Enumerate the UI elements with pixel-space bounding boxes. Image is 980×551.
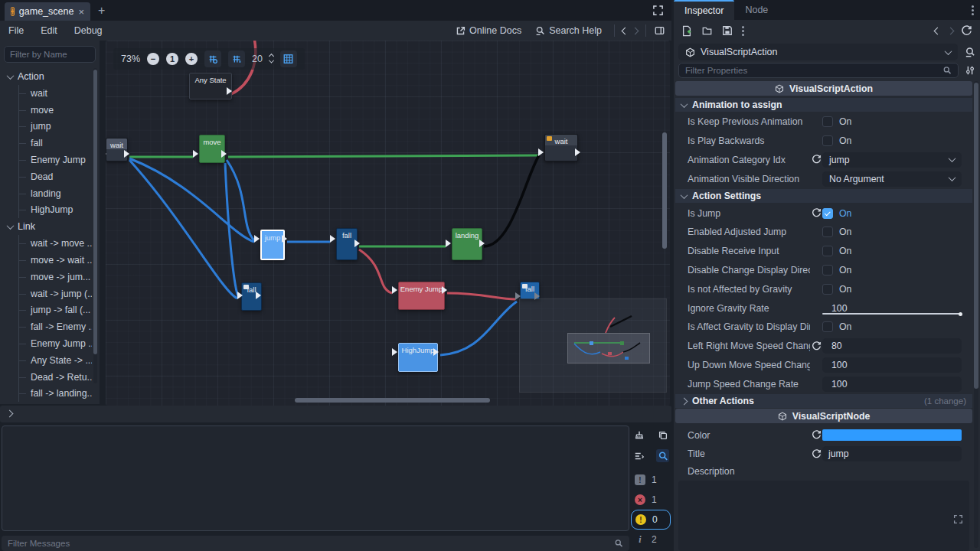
search-help-button[interactable]: Search Help xyxy=(531,25,606,36)
graph-node-landing[interactable]: landing xyxy=(452,228,482,260)
output-console[interactable] xyxy=(2,425,629,531)
tree-item[interactable]: Enemy Jump ... xyxy=(0,335,92,352)
new-resource-icon[interactable] xyxy=(681,25,692,37)
message-count-warning[interactable]: !0 xyxy=(631,510,671,530)
clear-output-icon[interactable] xyxy=(632,429,645,442)
slider-track[interactable] xyxy=(822,313,962,315)
property-value[interactable]: On xyxy=(822,321,972,332)
node-port[interactable] xyxy=(221,150,227,158)
tab-inspector[interactable]: Inspector xyxy=(674,0,734,20)
tab-game-scene[interactable]: game_scene × xyxy=(5,2,90,21)
property-number-field[interactable]: 100 xyxy=(822,357,962,373)
property-number-field[interactable]: 100 xyxy=(822,377,962,392)
graph-node-highjump[interactable]: HighJump xyxy=(398,343,438,372)
property-dropdown[interactable]: No Argument xyxy=(822,171,962,187)
property-value[interactable]: jump xyxy=(822,446,972,461)
save-resource-icon[interactable] xyxy=(722,25,733,36)
revert-icon[interactable] xyxy=(810,208,822,218)
edge-move-to-jump[interactable] xyxy=(227,160,254,240)
property-dropdown[interactable]: jump xyxy=(822,152,962,168)
graph-canvas[interactable]: 73% − 1 + 20 Any Sta xyxy=(106,41,670,406)
tree-item[interactable]: move -> wait ... xyxy=(0,252,92,269)
graph-node-enemy-jump[interactable]: Enemy Jump xyxy=(398,282,445,310)
tree-item[interactable]: Dead -> Retu... xyxy=(0,369,92,386)
edge-wait-to-fall2[interactable] xyxy=(129,160,237,298)
property-checkbox[interactable] xyxy=(822,265,833,276)
canvas-vertical-scrollbar[interactable] xyxy=(662,132,667,249)
minimap-viewport[interactable] xyxy=(567,333,650,364)
message-count-alert[interactable]: !1 xyxy=(631,470,671,490)
message-count-info[interactable]: i2 xyxy=(631,530,671,549)
property-value[interactable] xyxy=(822,429,972,441)
menu-edit[interactable]: Edit xyxy=(32,25,66,36)
tree-item[interactable]: wait -> move ... xyxy=(0,235,92,252)
copy-output-icon[interactable] xyxy=(656,429,669,442)
snap-step-spinner[interactable] xyxy=(270,54,273,64)
description-textarea[interactable] xyxy=(678,481,969,551)
tree-item[interactable]: wait xyxy=(0,85,92,102)
tree-section-action[interactable]: Action xyxy=(0,68,92,85)
node-port[interactable] xyxy=(433,348,439,356)
edge-move-to-wait2[interactable] xyxy=(228,155,538,157)
snap-step-value[interactable]: 20 xyxy=(252,54,263,64)
node-port[interactable] xyxy=(575,148,580,156)
property-value[interactable]: On xyxy=(822,116,972,127)
property-checkbox[interactable] xyxy=(822,227,833,237)
edge-highjump-to-fall3[interactable] xyxy=(440,302,517,355)
node-port[interactable] xyxy=(330,235,335,243)
property-value[interactable]: No Argument xyxy=(822,171,972,187)
property-number-field[interactable]: 80 xyxy=(822,338,962,354)
graph-node-jump[interactable]: jump xyxy=(260,230,285,260)
revert-icon[interactable] xyxy=(810,449,822,459)
node-port[interactable] xyxy=(227,87,232,95)
filter-messages-input[interactable]: Filter Messages xyxy=(2,536,629,551)
grid-display-icon[interactable] xyxy=(280,51,297,67)
message-count-error[interactable]: ×1 xyxy=(631,490,671,510)
panel-layout-icon[interactable] xyxy=(654,25,665,36)
tree-item[interactable]: jump -> fall (... xyxy=(0,302,92,319)
property-value[interactable]: On xyxy=(822,135,972,146)
edge-landing-to-wait2[interactable] xyxy=(484,155,539,246)
node-port[interactable] xyxy=(106,150,106,158)
snap-toggle-icon[interactable] xyxy=(228,51,245,67)
menu-debug[interactable]: Debug xyxy=(66,25,111,36)
node-port[interactable] xyxy=(237,292,243,299)
tree-item[interactable]: move xyxy=(0,102,92,119)
graph-node-wait-2[interactable]: wait xyxy=(544,134,578,161)
close-tab-icon[interactable]: × xyxy=(78,6,84,18)
object-selector-dropdown[interactable]: VisualScriptAction xyxy=(678,44,958,60)
distraction-free-icon[interactable] xyxy=(652,5,664,16)
node-port[interactable] xyxy=(442,286,447,294)
property-value[interactable]: 100 xyxy=(822,301,972,316)
graph-node-any-state[interactable]: Any State xyxy=(189,73,232,99)
property-value[interactable]: 100 xyxy=(822,357,972,373)
history-back-icon[interactable] xyxy=(622,27,629,34)
sidebar-scrollbar[interactable] xyxy=(93,68,97,383)
online-docs-button[interactable]: Online Docs xyxy=(451,25,526,36)
resource-options-icon[interactable] xyxy=(742,26,744,36)
color-swatch[interactable] xyxy=(822,429,962,441)
history-forward-icon[interactable] xyxy=(632,27,639,34)
node-port[interactable] xyxy=(446,240,451,247)
tree-item[interactable]: Any State -> ... xyxy=(0,352,92,369)
node-port[interactable] xyxy=(256,292,261,299)
property-value[interactable]: On xyxy=(822,227,972,237)
property-checkbox[interactable] xyxy=(822,284,833,295)
tab-menu-icon[interactable] xyxy=(972,5,974,15)
edge-enemy-to-fall3[interactable] xyxy=(447,293,515,299)
node-port[interactable] xyxy=(124,150,129,158)
revert-icon[interactable] xyxy=(810,430,822,440)
property-tools-icon[interactable] xyxy=(965,65,975,76)
tree-item[interactable]: fall xyxy=(0,135,92,152)
property-checkbox[interactable] xyxy=(822,135,833,146)
property-checkbox[interactable] xyxy=(822,116,833,127)
search-messages-icon[interactable] xyxy=(656,449,669,462)
property-value[interactable]: On xyxy=(822,246,972,256)
node-port[interactable] xyxy=(254,235,260,243)
tree-item[interactable]: fall -> landing... xyxy=(0,386,92,403)
property-value[interactable]: 100 xyxy=(822,377,972,392)
zoom-reset-button[interactable]: 1 xyxy=(166,53,178,65)
menu-file[interactable]: File xyxy=(0,25,32,36)
node-port[interactable] xyxy=(354,240,360,247)
tree-item[interactable]: jump xyxy=(0,119,92,135)
